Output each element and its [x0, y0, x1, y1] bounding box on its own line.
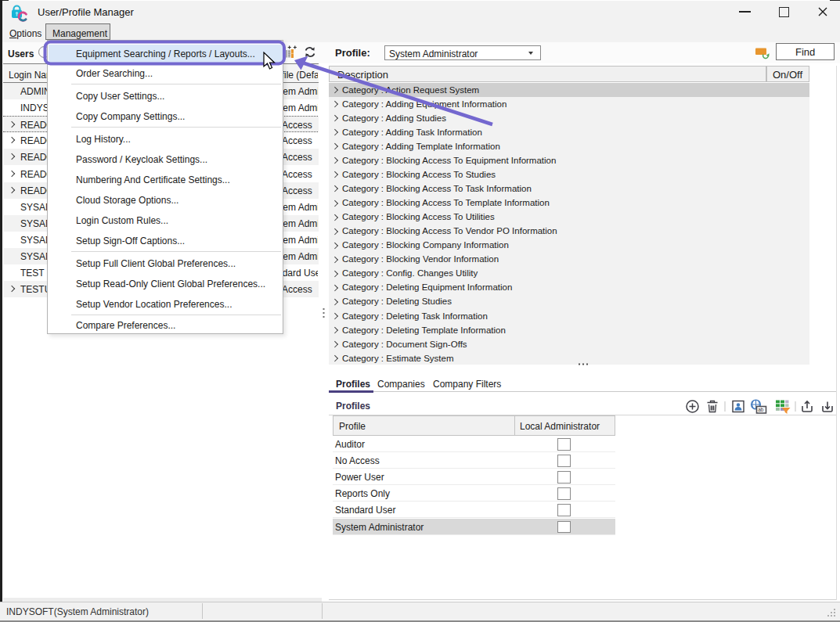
svg-text:ab: ab — [758, 407, 764, 412]
